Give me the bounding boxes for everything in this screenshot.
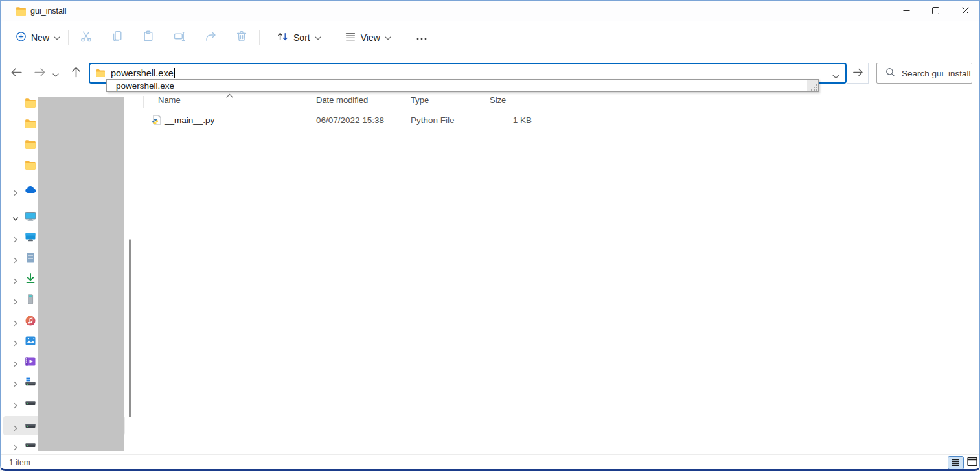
file-row[interactable]: __main__.py 06/07/2022 15:38 Python File…: [137, 111, 538, 128]
column-header-name[interactable]: Name: [158, 95, 181, 105]
chevron-right-icon[interactable]: [12, 442, 19, 448]
item-count: 1 item: [9, 458, 30, 467]
suggestion-item[interactable]: powershell.exe: [116, 81, 174, 91]
music-icon: [25, 315, 36, 327]
command-bar: New Sort View: [1, 21, 979, 54]
arrow-left-icon: [10, 65, 23, 82]
large-icons-view-toggle[interactable]: [965, 457, 979, 469]
column-separator: [484, 96, 484, 108]
maximize-button[interactable]: [920, 1, 950, 21]
file-explorer-window: gui_install New: [0, 0, 980, 471]
pictures-icon: [25, 335, 36, 347]
titlebar: gui_install: [1, 1, 979, 21]
plus-circle-icon: [16, 31, 27, 44]
sidebar-scrollbar[interactable]: [129, 239, 131, 417]
delete-button[interactable]: [226, 26, 257, 49]
minimize-button[interactable]: [891, 1, 921, 21]
chevron-right-icon[interactable]: [12, 422, 19, 429]
details-view-toggle[interactable]: [948, 456, 964, 470]
chevron-right-icon[interactable]: [12, 358, 19, 365]
column-separator: [313, 96, 313, 108]
chevron-down-icon: [52, 69, 59, 80]
chevron-right-icon[interactable]: [12, 378, 19, 385]
statusbar-separator: [38, 459, 38, 467]
folder-icon: [25, 139, 36, 150]
folder-icon: [95, 68, 106, 78]
go-to-button[interactable]: [847, 63, 869, 84]
column-header-date-modified[interactable]: Date modified: [316, 95, 368, 105]
drive-icon: [25, 420, 36, 431]
address-dropdown-chevron[interactable]: [832, 71, 839, 82]
chevron-right-icon[interactable]: [12, 255, 19, 261]
desktop-icon: [25, 231, 36, 243]
trash-icon: [235, 30, 248, 45]
chevron-right-icon[interactable]: [12, 296, 19, 303]
chevron-down-icon: [54, 32, 60, 43]
chevron-down-icon: [385, 32, 391, 43]
new-button[interactable]: New: [10, 26, 66, 49]
paste-button[interactable]: [133, 26, 164, 49]
folder-icon: [25, 159, 36, 171]
file-type: Python File: [411, 115, 455, 125]
close-icon: [962, 5, 969, 17]
arrow-right-icon: [33, 65, 47, 82]
column-header-size[interactable]: Size: [490, 95, 506, 105]
view-button-label: View: [361, 32, 380, 43]
maximize-icon: [932, 5, 939, 17]
python-file-icon: [152, 115, 162, 125]
sort-button[interactable]: Sort: [271, 26, 327, 49]
file-size: 1 KB: [490, 115, 532, 125]
arrow-right-icon: [852, 66, 864, 81]
search-box[interactable]: [876, 63, 972, 84]
documents-icon: [25, 252, 36, 264]
chevron-right-icon[interactable]: [12, 317, 19, 324]
chevron-right-icon[interactable]: [12, 234, 19, 240]
statusbar: 1 item: [1, 454, 979, 469]
list-lines-icon: [345, 31, 356, 45]
this-pc-monitor-icon: [25, 211, 36, 222]
chevron-down-icon[interactable]: [12, 213, 19, 220]
share-button[interactable]: [195, 26, 226, 49]
more-options-button[interactable]: [406, 26, 437, 49]
paste-icon: [142, 30, 155, 45]
videos-icon: [25, 356, 36, 367]
recent-locations-button[interactable]: [49, 65, 63, 84]
up-button[interactable]: [67, 64, 85, 82]
toolbar-separator: [68, 30, 69, 45]
sort-button-label: Sort: [293, 32, 310, 43]
details-view-icon: [952, 457, 960, 469]
copy-button[interactable]: [102, 26, 133, 49]
cut-button[interactable]: [71, 26, 102, 49]
search-icon: [885, 67, 895, 80]
scissors-icon: [80, 30, 93, 45]
copy-icon: [111, 30, 124, 45]
downloads-icon: [25, 273, 36, 284]
share-icon: [204, 30, 217, 45]
file-name: __main__.py: [165, 115, 214, 125]
column-separator: [405, 96, 405, 108]
text-cursor: [174, 68, 175, 78]
chevron-right-icon[interactable]: [12, 187, 19, 194]
address-input-text: powershell.exe: [111, 68, 174, 78]
minimize-icon: [903, 5, 910, 17]
column-separator: [143, 96, 144, 108]
forward-button[interactable]: [30, 64, 49, 82]
window-title: gui_install: [30, 6, 67, 16]
redacted-sidebar-labels-overlay: [38, 97, 124, 451]
drive-icon: [25, 397, 36, 409]
back-button[interactable]: [7, 64, 25, 82]
close-button[interactable]: [950, 1, 980, 21]
column-header-type[interactable]: Type: [411, 95, 429, 105]
resize-grip[interactable]: [807, 80, 818, 91]
view-button[interactable]: View: [339, 26, 397, 49]
rename-button[interactable]: [164, 26, 195, 49]
large-icons-view-icon: [967, 457, 977, 469]
chevron-right-icon[interactable]: [12, 400, 19, 406]
chevron-right-icon[interactable]: [12, 338, 19, 344]
drive-icon: [25, 439, 36, 451]
onedrive-cloud-icon: [25, 185, 36, 196]
address-suggestion-dropdown: powershell.exe: [106, 79, 819, 92]
search-input[interactable]: [902, 69, 974, 78]
folder-icon: [16, 6, 27, 17]
chevron-right-icon[interactable]: [12, 275, 19, 282]
